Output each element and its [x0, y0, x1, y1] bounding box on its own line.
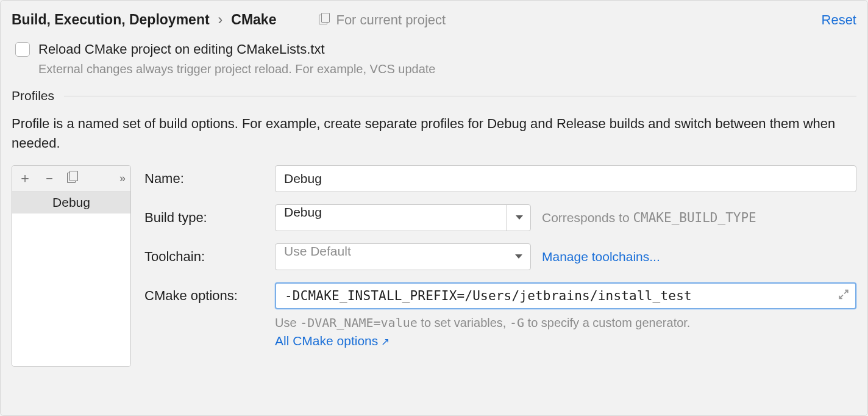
profile-item-debug[interactable]: Debug — [12, 192, 130, 213]
reload-checkbox-label: Reload CMake project on editing CMakeLis… — [38, 41, 325, 57]
build-type-hint: Corresponds to CMAKE_BUILD_TYPE — [542, 210, 756, 225]
expand-icon[interactable] — [838, 289, 849, 303]
divider-line — [64, 96, 856, 96]
profile-list-toolbar: ＋ － ›› — [12, 166, 130, 192]
profile-more-button[interactable]: ›› — [119, 172, 124, 185]
add-profile-button[interactable]: ＋ — [18, 171, 32, 185]
cmake-options-input[interactable] — [275, 282, 856, 309]
cmake-options-hint: Use -DVAR_NAME=value to set variables, -… — [275, 315, 856, 330]
minus-icon: － — [43, 171, 56, 185]
profiles-title: Profiles — [12, 88, 54, 103]
name-input[interactable] — [275, 165, 856, 192]
profile-list-empty-area — [12, 213, 130, 366]
reload-hint: External changes always trigger project … — [38, 62, 856, 76]
project-scope-text: For current project — [336, 12, 446, 28]
copy-profile-button[interactable] — [67, 173, 78, 184]
more-icon: ›› — [119, 172, 124, 184]
profile-form: Name: Build type: Debug Corresponds to C… — [144, 165, 856, 367]
cmake-options-row: CMake options: — [144, 282, 856, 309]
plus-icon: ＋ — [18, 171, 32, 185]
cmake-options-label: CMake options: — [144, 288, 264, 304]
build-type-row: Build type: Debug Corresponds to CMAKE_B… — [144, 204, 856, 231]
breadcrumb-separator: › — [218, 12, 223, 28]
breadcrumb: Build, Execution, Deployment › CMake — [12, 12, 276, 28]
breadcrumb-child: CMake — [231, 12, 276, 28]
breadcrumb-parent: Build, Execution, Deployment — [12, 12, 210, 28]
cmake-settings-panel: Build, Execution, Deployment › CMake For… — [0, 0, 868, 416]
toolchain-row: Toolchain: Use Default Manage toolchains… — [144, 243, 856, 270]
remove-profile-button[interactable]: － — [43, 171, 56, 185]
manage-toolchains-link[interactable]: Manage toolchains... — [542, 249, 660, 264]
toolchain-value: Use Default — [275, 243, 531, 270]
all-cmake-options-link[interactable]: All CMake options — [275, 334, 856, 348]
build-type-select[interactable]: Debug — [275, 204, 531, 231]
build-type-value: Debug — [275, 204, 531, 231]
profiles-section-header: Profiles — [12, 88, 856, 103]
profiles-description: Profile is a named set of build options.… — [12, 114, 856, 153]
build-type-label: Build type: — [144, 210, 264, 226]
header-row: Build, Execution, Deployment › CMake For… — [12, 12, 856, 28]
profile-list: ＋ － ›› Debug — [12, 165, 131, 367]
profiles-body: ＋ － ›› Debug Name: Build ty — [12, 165, 856, 367]
name-label: Name: — [144, 171, 264, 187]
reload-checkbox[interactable] — [15, 42, 30, 57]
toolchain-select[interactable]: Use Default — [275, 243, 531, 270]
reload-checkbox-row[interactable]: Reload CMake project on editing CMakeLis… — [15, 41, 856, 57]
name-row: Name: — [144, 165, 856, 192]
toolchain-label: Toolchain: — [144, 249, 264, 265]
project-scope-icon — [319, 15, 330, 26]
project-scope-label: For current project — [319, 12, 446, 28]
cmake-options-below: Use -DVAR_NAME=value to set variables, -… — [275, 315, 856, 348]
reset-link[interactable]: Reset — [822, 12, 856, 28]
